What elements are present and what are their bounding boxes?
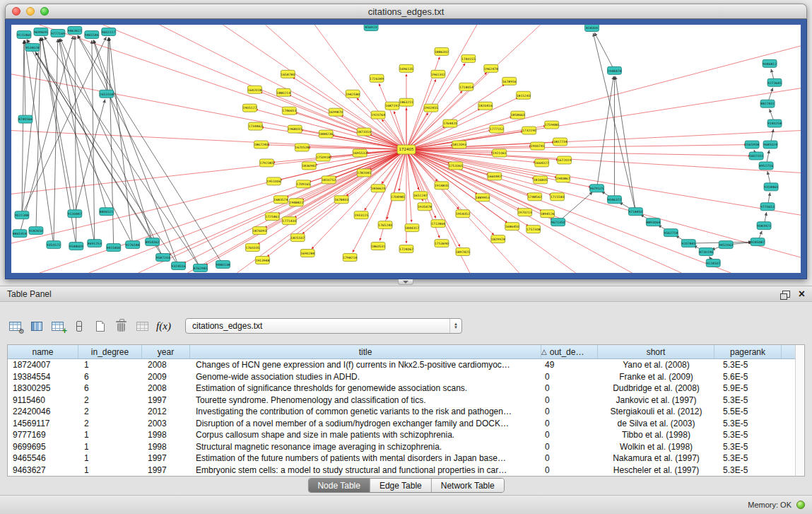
graph-node[interactable]: 1970213 <box>518 209 532 216</box>
graph-node[interactable]: 9685024 <box>763 141 777 148</box>
graph-node[interactable]: 9602117 <box>102 28 116 35</box>
graph-node[interactable]: 1670528 <box>295 144 309 151</box>
graph-node[interactable]: 1810752 <box>322 176 336 184</box>
table-row[interactable]: 946362711997Embryonic stem cells: a mode… <box>8 465 804 477</box>
tab-network-table[interactable]: Network Table <box>432 479 504 492</box>
graph-node[interactable]: 1863211 <box>399 98 413 106</box>
graph-node[interactable]: 1886302 <box>435 47 449 55</box>
graph-node[interactable]: 1759480 <box>545 121 559 129</box>
graph-node[interactable]: 8691253 <box>88 240 102 247</box>
graph-node[interactable]: 1602103 <box>749 152 763 160</box>
graph-node[interactable]: 1565958 <box>745 141 759 148</box>
graph-node[interactable]: 1687192 <box>385 102 399 110</box>
toolbar-import-table-button[interactable] <box>133 317 152 335</box>
graph-node[interactable]: 9083921 <box>757 222 771 230</box>
graph-node[interactable]: 8740566 <box>18 115 33 123</box>
graph-node[interactable]: 9182650 <box>29 227 43 235</box>
graph-node[interactable]: 8730196 <box>699 248 713 256</box>
close-button[interactable] <box>12 7 20 16</box>
graph-node[interactable]: 9046812 <box>763 59 777 67</box>
graph-node[interactable]: 1902455 <box>424 104 438 112</box>
graph-node[interactable]: 1921061 <box>493 149 507 157</box>
table-row[interactable]: 946554611997Estimation of the future num… <box>8 452 804 465</box>
graph-node[interactable]: 9130447 <box>68 210 82 218</box>
graph-node[interactable]: 1920764 <box>371 111 385 119</box>
graph-node[interactable]: 1686450 <box>505 223 519 230</box>
graph-node[interactable]: 1820416 <box>478 102 493 110</box>
graph-node[interactable]: 9770653 <box>760 203 775 211</box>
table-row[interactable]: 1938455462009Genome-wide association stu… <box>8 371 804 383</box>
graph-node[interactable]: 1709165 <box>296 180 310 188</box>
graph-node[interactable]: 1867240 <box>254 141 268 148</box>
citation-network-graph[interactable]: 1724051863211190245517644201812093175336… <box>11 25 801 273</box>
graph-node[interactable]: 9415830 <box>107 244 121 252</box>
graph-node[interactable]: 1765240 <box>378 221 392 229</box>
toolbar-new-column-button[interactable] <box>48 317 67 335</box>
graph-node[interactable]: 2653104 <box>100 90 114 98</box>
graph-node[interactable]: 1844317 <box>405 224 419 232</box>
panel-splitter-handle[interactable] <box>398 279 413 285</box>
graph-node[interactable]: 1812093 <box>452 141 466 148</box>
close-panel-icon[interactable]: × <box>799 289 805 299</box>
graph-node[interactable]: 1757308 <box>526 226 541 233</box>
graph-node[interactable]: 9273645 <box>767 78 782 86</box>
graph-node[interactable]: 9480138 <box>216 261 230 269</box>
graph-node[interactable]: 8952716 <box>759 162 773 170</box>
graph-node[interactable]: 9718450 <box>628 208 642 216</box>
graph-node[interactable]: 9465546 <box>85 30 99 38</box>
graph-node[interactable]: 1968031 <box>288 125 302 133</box>
graph-node[interactable]: 1678916 <box>502 77 517 85</box>
graph-node[interactable]: 1718054 <box>459 83 473 90</box>
toolbar-show-columns-button[interactable] <box>27 317 46 335</box>
graph-node[interactable]: 9562718 <box>664 229 678 237</box>
column-header-short[interactable]: short <box>598 345 714 358</box>
graph-node[interactable]: 172405 <box>397 145 416 154</box>
graph-node[interactable]: 1873310 <box>357 128 371 136</box>
column-header-year[interactable]: year <box>142 345 190 358</box>
graph-node[interactable]: 9463627 <box>68 26 82 34</box>
graph-node[interactable]: 1704981 <box>391 193 405 201</box>
network-canvas[interactable]: 1724051863211190245517644201812093175336… <box>11 25 801 273</box>
column-header-in_degree[interactable]: in_degree <box>78 345 142 358</box>
graph-node[interactable]: 1889953 <box>476 194 490 201</box>
graph-node[interactable]: 1951006 <box>266 177 281 185</box>
column-header-name[interactable]: name <box>8 345 78 358</box>
graph-node[interactable]: 8865414 <box>13 230 27 238</box>
graph-node[interactable]: 1664327 <box>535 159 549 167</box>
graph-node[interactable]: 1654780 <box>281 70 295 78</box>
graph-node[interactable]: 1948822 <box>289 199 303 206</box>
graph-node[interactable]: 1935478 <box>418 203 432 211</box>
graph-node[interactable]: 1642018 <box>247 86 261 93</box>
graph-node[interactable]: 9350572 <box>47 241 61 249</box>
toolbar-new-table-button[interactable] <box>90 317 110 335</box>
graph-node[interactable]: 1724067 <box>399 245 413 253</box>
graph-node[interactable]: 1715583 <box>551 193 565 201</box>
graph-node[interactable]: 8827431 <box>760 100 775 107</box>
table-row[interactable]: 911546021997Tourette syndrome. Phenomeno… <box>8 395 804 407</box>
graph-node[interactable]: 1732190 <box>522 127 536 134</box>
float-panel-icon[interactable] <box>782 291 790 298</box>
graph-node[interactable]: 9318460 <box>764 183 778 191</box>
graph-node[interactable]: 1900741 <box>531 142 545 150</box>
graph-node[interactable]: 1836620 <box>371 185 385 192</box>
column-header-title[interactable]: title <box>190 345 541 358</box>
graph-node[interactable]: 1940867 <box>556 175 570 182</box>
table-row[interactable]: 1456911722003Disruption of a novel membe… <box>8 418 804 430</box>
graph-node[interactable]: 1962478 <box>484 64 498 72</box>
graph-node[interactable]: 9324516 <box>172 262 186 270</box>
graph-node[interactable]: 1782045 <box>357 169 371 177</box>
graph-node[interactable]: 9276184 <box>126 241 140 249</box>
graph-node[interactable]: 1734462 <box>248 122 262 130</box>
graph-node[interactable]: 9452063 <box>719 241 733 249</box>
graph-node[interactable]: 1753690 <box>435 240 449 247</box>
graph-node[interactable]: 1678403 <box>334 196 348 204</box>
graph-node[interactable]: 1777152 <box>490 125 504 133</box>
graph-node[interactable]: 1836941 <box>302 162 316 170</box>
graph-node[interactable]: 1860531 <box>371 243 385 250</box>
graph-node[interactable]: 9671350 <box>551 218 565 226</box>
graph-node[interactable]: 1913948 <box>255 257 269 264</box>
graph-node[interactable]: 1816805 <box>534 176 548 184</box>
table-row[interactable]: 977716911998Corpus callosum shape and si… <box>8 429 804 441</box>
tab-node-table[interactable]: Node Table <box>308 479 370 492</box>
column-header-out_de[interactable]: △out_de… <box>541 345 598 358</box>
